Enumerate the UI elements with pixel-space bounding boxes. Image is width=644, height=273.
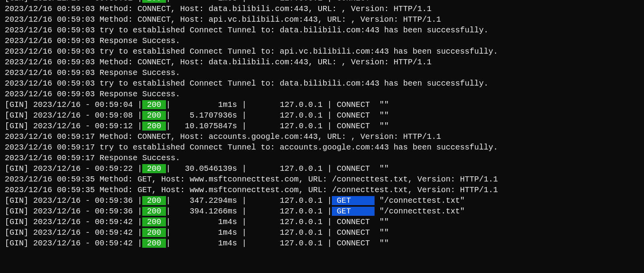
log-line: 2023/12/16 00:59:17 try to established C… [0, 142, 644, 153]
log-line: 2023/12/16 00:59:03 Response Success. [0, 67, 644, 78]
log-line: 2023/12/16 00:59:03 try to established C… [0, 25, 644, 36]
log-line: [GIN] 2023/12/16 - 00:59:04 | 200 | 1m1s… [0, 99, 644, 110]
log-line: 2023/12/16 00:59:35 Method: GET, Host: w… [0, 174, 644, 185]
status-code-badge: 200 [142, 0, 166, 3]
log-line: [GIN] 2023/12/16 - 00:59:42 | 200 | 1m4s… [0, 238, 644, 249]
status-code-badge: 200 [142, 228, 166, 237]
status-code-badge: 200 [142, 196, 166, 205]
log-line: 2023/12/16 00:59:03 try to established C… [0, 46, 644, 57]
status-code-badge: 200 [142, 100, 166, 109]
log-line: [GIN] 2023/12/16 - 00:59:36 | 200 | 347.… [0, 195, 644, 206]
status-code-badge: 200 [142, 207, 166, 216]
log-line: [GIN] 2023/12/16 - 00:59:36 | 200 | 394.… [0, 206, 644, 217]
status-code-badge: 200 [142, 164, 166, 173]
log-line: [GIN] 2023/12/16 - 00:59:12 | 200 | 10.1… [0, 121, 644, 131]
http-method-badge: GET [332, 207, 375, 216]
status-code-badge: 200 [142, 111, 166, 120]
log-line: 2023/12/16 00:59:03 Method: CONNECT, Hos… [0, 57, 644, 67]
log-line: 2023/12/16 00:59:03 try to established C… [0, 78, 644, 89]
log-line: [GIN] 2023/12/16 - 00:59:42 | 200 | 1m4s… [0, 227, 644, 238]
window-edge [0, 0, 5, 13]
status-code-badge: 200 [142, 122, 166, 131]
log-line: [GIN] 2023/12/16 - 00:59:42 | 200 | 1m4s… [0, 217, 644, 227]
log-line: 2023/12/16 00:59:17 Method: CONNECT, Hos… [0, 131, 644, 142]
log-line: [GIN] 2023/12/16 - 00:59:22 | 200 | 30.0… [0, 163, 644, 174]
terminal-output[interactable]: [GIN] 2023/12/16 - 00:59:02 | 200 | 1m0s… [0, 0, 644, 256]
log-line: 2023/12/16 00:59:03 Response Success. [0, 36, 644, 46]
status-code-badge: 200 [142, 239, 166, 248]
log-line: [GIN] 2023/12/16 - 00:59:08 | 200 | 5.17… [0, 110, 644, 121]
log-line: 2023/12/16 00:59:03 Method: CONNECT, Hos… [0, 4, 644, 14]
log-line: 2023/12/16 00:59:17 Response Success. [0, 153, 644, 163]
log-line: 2023/12/16 00:59:03 Method: CONNECT, Hos… [0, 14, 644, 25]
status-code-badge: 200 [142, 217, 166, 226]
log-line: 2023/12/16 00:59:35 Method: GET, Host: w… [0, 185, 644, 195]
log-line: [GIN] 2023/12/16 - 00:59:02 | 200 | 1m0s… [0, 0, 644, 4]
log-line: 2023/12/16 00:59:03 Response Success. [0, 89, 644, 99]
http-method-badge: GET [332, 196, 375, 205]
